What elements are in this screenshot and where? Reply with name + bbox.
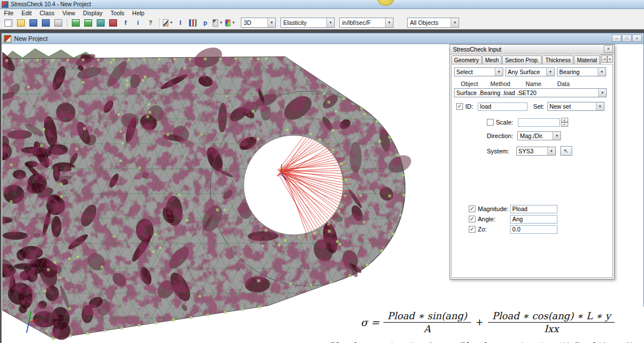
pen-icon — [163, 19, 168, 27]
book-red-button[interactable] — [107, 18, 119, 28]
chevron-down-icon: ▼ — [326, 18, 334, 27]
load-type-combo[interactable]: Bearing ▼ — [557, 67, 606, 76]
set-combo[interactable]: New set ▼ — [547, 102, 604, 111]
toolbar-separator — [67, 18, 67, 27]
help-button[interactable]: ? — [145, 18, 156, 28]
check-icon: ✓ — [457, 104, 462, 109]
menu-class[interactable]: Class — [36, 10, 58, 16]
menu-edit[interactable]: Edit — [18, 10, 36, 16]
new-file-button[interactable] — [3, 18, 14, 28]
tab-scroll-right-icon[interactable]: ► — [607, 55, 613, 63]
open-file-button[interactable] — [15, 18, 27, 28]
project-title: New Project — [14, 35, 47, 42]
zo-input[interactable] — [510, 225, 557, 234]
spin-up-icon[interactable]: ▲ — [561, 118, 568, 122]
tab-thickness[interactable]: Thickness — [542, 55, 573, 64]
magnitude-label: Magnitude: — [478, 205, 508, 212]
save-all-icon — [42, 19, 50, 27]
set-label: Set: — [533, 103, 544, 110]
check-icon: ✓ — [470, 216, 474, 222]
notebook-1-button[interactable] — [70, 18, 81, 28]
scale-label: Scale: — [496, 119, 513, 126]
direction-combo[interactable]: Mag./Dir. ▼ — [517, 131, 561, 140]
dialog-body: Select ▼ Any Surface ▼ Bearing ▼ Object … — [451, 64, 613, 278]
formula-overlay: σ = Pload ∗ sin(ang)A + Pload ∗ cos(ang)… — [300, 307, 644, 343]
window-title: StressCheck 10.4 - New Project — [11, 1, 91, 7]
dialog-titlebar[interactable]: StressCheck Input × — [450, 45, 614, 54]
print-button[interactable] — [53, 18, 64, 28]
dialog-tabstrip: Geometry Mesh Section Prop. Thickness Ma… — [451, 54, 613, 64]
tab-section-prop[interactable]: Section Prop. — [502, 55, 542, 64]
display-mode-button[interactable]: ▼ — [224, 18, 236, 28]
analysis-type-combo[interactable]: Elasticity ▼ — [280, 18, 335, 28]
save-all-button[interactable] — [40, 18, 51, 28]
notebook-2-button[interactable] — [83, 18, 94, 28]
chevron-down-icon: ▼ — [598, 68, 606, 76]
magnitude-input[interactable] — [510, 205, 557, 213]
tab-scroll-left-icon[interactable]: ◄ — [602, 55, 607, 63]
info-button[interactable]: i — [132, 18, 144, 28]
check-icon: ✓ — [470, 206, 474, 212]
plot-tool-button[interactable] — [187, 18, 198, 28]
tab-material[interactable]: Material — [574, 55, 600, 64]
spin-down-icon[interactable]: ▼ — [561, 122, 568, 127]
info-icon: i — [137, 20, 139, 26]
objects-filter-combo[interactable]: All Objects ▼ — [407, 18, 459, 28]
toolbar-separator — [159, 18, 159, 27]
id-checkbox[interactable]: ✓ — [456, 103, 463, 110]
main-titlebar[interactable]: StressCheck 10.4 - New Project — [0, 0, 644, 9]
save-icon — [29, 19, 37, 27]
chevron-down-icon: ▼ — [219, 21, 223, 24]
tab-mesh[interactable]: Mesh — [482, 55, 502, 64]
scale-checkbox[interactable] — [487, 119, 494, 126]
notebook-green-icon — [84, 19, 92, 27]
notebook-teal-icon — [97, 19, 105, 27]
menu-view[interactable]: View — [58, 10, 79, 16]
chevron-down-icon: ▼ — [451, 18, 459, 27]
tab-geometry[interactable]: Geometry — [451, 55, 482, 64]
dimension-combo[interactable]: 3D ▼ — [241, 18, 276, 28]
load-record-combo[interactable]: Surface .Bearing .load .SET20 ▼ — [454, 88, 607, 97]
id-input[interactable] — [478, 102, 528, 111]
notebook-3-button[interactable] — [95, 18, 106, 28]
dialog-title: StressCheck Input — [453, 46, 502, 53]
menu-help[interactable]: Help — [128, 10, 149, 16]
draw-tool-button[interactable]: ▼ — [162, 18, 174, 28]
scale-input[interactable] — [518, 118, 560, 127]
open-folder-icon — [17, 19, 25, 27]
chevron-down-icon: ▼ — [552, 132, 560, 140]
units-combo[interactable]: in/lbf/sec/F ▼ — [339, 18, 394, 28]
formula-button[interactable]: f — [120, 18, 131, 28]
column-object: Object — [461, 80, 478, 87]
chevron-down-icon: ▼ — [267, 18, 275, 27]
select-mode-button[interactable]: ▼ — [212, 18, 223, 28]
magnitude-checkbox[interactable]: ✓ — [469, 205, 476, 212]
restore-button[interactable]: □ — [622, 35, 632, 42]
new-file-icon — [5, 19, 12, 27]
save-button[interactable] — [28, 18, 39, 28]
dialog-close-button[interactable]: × — [604, 45, 613, 53]
window-controls: – □ × — [611, 35, 642, 42]
menu-file[interactable]: File — [0, 10, 18, 16]
project-icon — [4, 35, 11, 42]
system-pick-button[interactable]: ↖ — [560, 146, 572, 156]
entity-type-combo[interactable]: Any Surface ▼ — [505, 67, 555, 76]
print-icon — [54, 19, 62, 27]
system-combo[interactable]: SYS3 ▼ — [516, 147, 556, 156]
project-titlebar[interactable]: New Project – □ × — [2, 33, 643, 44]
chevron-down-icon: ▼ — [598, 89, 606, 97]
palette-icon — [225, 19, 231, 27]
axis-tool-button[interactable]: I — [175, 18, 186, 28]
close-button[interactable]: × — [632, 35, 642, 42]
zo-checkbox[interactable]: ✓ — [469, 226, 476, 233]
menu-display[interactable]: Display — [79, 10, 106, 16]
minimize-button[interactable]: – — [612, 35, 621, 42]
select-mode-combo[interactable]: Select ▼ — [454, 67, 503, 76]
tau-formula: τ = Pload ∗ cos (ang) ∗ QIxx ∗ b = Pload… — [303, 337, 644, 343]
angle-checkbox[interactable]: ✓ — [469, 216, 476, 222]
notebook-green-icon — [72, 19, 80, 27]
angle-input[interactable] — [510, 215, 557, 224]
menu-tools[interactable]: Tools — [106, 10, 128, 16]
points-tool-button[interactable]: p — [200, 18, 211, 28]
angle-label: Angle: — [478, 216, 495, 222]
